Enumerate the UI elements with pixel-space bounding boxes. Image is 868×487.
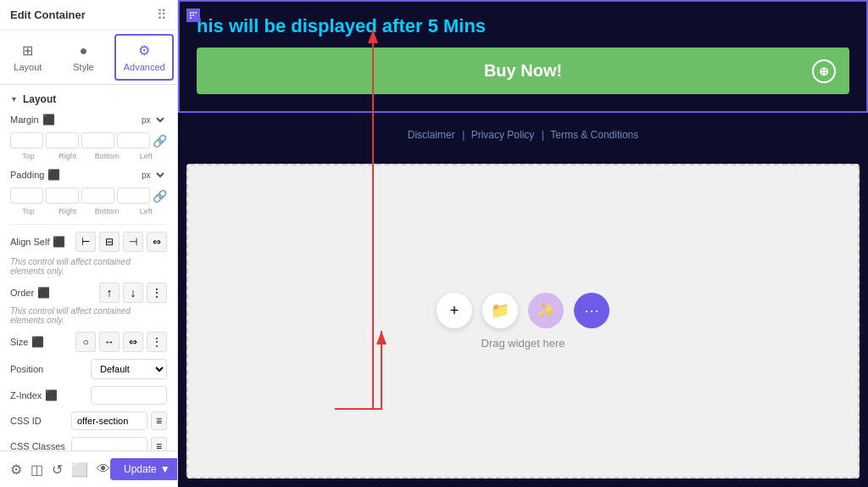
size-expand-btn[interactable]: ⇔ — [123, 332, 143, 352]
align-end-btn[interactable]: ⊣ — [123, 232, 143, 252]
margin-label: Margin ⬛ — [10, 114, 55, 126]
size-label: Size ⬛ — [10, 336, 44, 348]
margin-link-icon[interactable]: 🔗 — [153, 134, 167, 148]
cssclasses-input-group: ≡ — [71, 437, 167, 451]
promo-title-text: his will be displayed after 5 Mins — [197, 15, 486, 36]
buy-now-button[interactable]: Buy Now! ⊕ — [197, 48, 849, 94]
margin-left-label: Left — [128, 152, 164, 160]
cssid-input-group: ≡ — [71, 411, 167, 430]
margin-right-label: Right — [49, 152, 86, 160]
cssid-label: CSS ID — [10, 416, 42, 426]
padding-left-input[interactable] — [117, 188, 150, 204]
cssclasses-input[interactable] — [71, 437, 147, 451]
cssclasses-list-btn[interactable]: ≡ — [151, 437, 167, 451]
position-label: Position — [10, 364, 43, 374]
sep-2: | — [542, 129, 547, 141]
padding-top-input[interactable] — [10, 188, 43, 204]
ai-btn[interactable]: ⋯ — [574, 293, 609, 328]
panel-title: Edit Container — [10, 8, 86, 21]
padding-field-row: Padding ⬛ pxem% — [10, 169, 167, 181]
svg-point-0 — [190, 12, 192, 14]
tab-style[interactable]: ● Style — [56, 31, 112, 84]
padding-right-label: Right — [49, 207, 86, 216]
zindex-input[interactable] — [91, 386, 167, 405]
position-row: Position Default Absolute Fixed — [10, 359, 167, 379]
cssclasses-row: CSS Classes ≡ — [10, 437, 167, 451]
tab-style-label: Style — [73, 62, 93, 72]
corner-handle[interactable] — [186, 8, 200, 22]
zindex-label: Z-Index ⬛ — [10, 389, 58, 401]
container-icon[interactable]: ⬜ — [71, 462, 88, 478]
padding-labels: Top Right Bottom Left — [10, 207, 167, 216]
padding-link-icon[interactable]: 🔗 — [153, 189, 167, 203]
padding-top-label: Top — [10, 207, 47, 216]
margin-right-input[interactable] — [46, 132, 79, 148]
margin-unit-select[interactable]: pxem% — [138, 115, 167, 126]
buy-btn-circle-icon: ⊕ — [812, 59, 836, 83]
size-more-btn[interactable]: ⋮ — [147, 332, 167, 352]
order-up-btn[interactable]: ↑ — [99, 283, 120, 303]
buy-btn-label: Buy Now! — [484, 61, 562, 81]
add-widget-btn[interactable]: + — [437, 293, 472, 328]
links-section: Disclaimer | Privacy Policy | Terms & Co… — [178, 113, 868, 155]
history-icon[interactable]: ↺ — [52, 462, 63, 478]
position-select[interactable]: Default Absolute Fixed — [91, 359, 167, 379]
panel-content: Layout Margin ⬛ pxem% 🔗 Top Right Bottom… — [0, 85, 177, 451]
folder-btn[interactable]: 📁 — [482, 293, 518, 328]
padding-unit-select[interactable]: pxem% — [138, 170, 167, 181]
bottom-toolbar-icons: ⚙ ◫ ↺ ⬜ 👁 — [10, 462, 110, 478]
order-buttons: ↑ ↓ ⋮ — [99, 283, 167, 303]
padding-bottom-label: Bottom — [89, 207, 125, 216]
margin-field-row: Margin ⬛ pxem% — [10, 114, 167, 126]
svg-point-1 — [192, 12, 194, 14]
eye-icon[interactable]: 👁 — [97, 462, 110, 478]
update-button[interactable]: Update ▼ — [110, 458, 178, 480]
margin-left-input[interactable] — [117, 132, 150, 148]
settings-icon[interactable]: ⚙ — [10, 462, 22, 478]
advanced-icon: ⚙ — [138, 42, 150, 59]
cssclasses-label: CSS Classes — [10, 441, 65, 451]
order-monitor-icon: ⬛ — [37, 287, 50, 299]
promo-section: his will be displayed after 5 Mins Buy N… — [178, 0, 868, 113]
size-default-btn[interactable]: ○ — [75, 332, 96, 352]
margin-top-input[interactable] — [10, 132, 43, 148]
grid-icon[interactable]: ⠿ — [157, 7, 167, 23]
main-area: his will be displayed after 5 Mins Buy N… — [178, 0, 868, 487]
svg-point-2 — [195, 12, 197, 14]
size-fit-btn[interactable]: ↔ — [99, 332, 120, 352]
align-buttons: ⊢ ⊟ ⊣ ⇔ — [75, 232, 167, 252]
margin-bottom-label: Bottom — [89, 152, 125, 160]
align-monitor-icon: ⬛ — [53, 236, 65, 248]
cssid-list-btn[interactable]: ≡ — [151, 411, 167, 430]
layout-section-title: Layout — [10, 93, 167, 105]
padding-label: Padding ⬛ — [10, 169, 60, 181]
panel-header-icons: ⠿ — [157, 7, 167, 23]
cssid-row: CSS ID ≡ — [10, 411, 167, 430]
update-label: Update — [124, 463, 157, 475]
terms-conditions-link[interactable]: Terms & Conditions — [550, 129, 638, 141]
align-center-btn[interactable]: ⊟ — [99, 232, 120, 252]
order-down-btn[interactable]: ↓ — [123, 283, 143, 303]
disclaimer-link[interactable]: Disclaimer — [408, 129, 455, 141]
padding-bottom-input[interactable] — [81, 188, 114, 204]
padding-right-input[interactable] — [46, 188, 79, 204]
align-start-btn[interactable]: ⊢ — [75, 232, 96, 252]
magic-btn[interactable]: ✨ — [528, 293, 564, 328]
order-hint: This control will affect contained eleme… — [10, 306, 167, 325]
align-self-row: Align Self ⬛ ⊢ ⊟ ⊣ ⇔ — [10, 232, 167, 252]
tab-layout[interactable]: ⊞ Layout — [0, 31, 56, 84]
svg-point-4 — [192, 14, 194, 16]
tab-advanced[interactable]: ⚙ Advanced — [114, 34, 174, 81]
layers-icon[interactable]: ◫ — [31, 462, 43, 478]
size-row: Size ⬛ ○ ↔ ⇔ ⋮ — [10, 332, 167, 352]
zindex-row: Z-Index ⬛ — [10, 386, 167, 405]
canvas-area: his will be displayed after 5 Mins Buy N… — [178, 0, 868, 487]
margin-bottom-input[interactable] — [81, 132, 114, 148]
update-chevron: ▼ — [160, 463, 170, 475]
padding-left-label: Left — [128, 207, 164, 216]
cssid-input[interactable] — [71, 411, 147, 430]
privacy-policy-link[interactable]: Privacy Policy — [471, 129, 535, 141]
order-more-btn[interactable]: ⋮ — [147, 283, 167, 303]
align-stretch-btn[interactable]: ⇔ — [147, 232, 167, 252]
align-hint: This control will affect contained eleme… — [10, 257, 167, 276]
